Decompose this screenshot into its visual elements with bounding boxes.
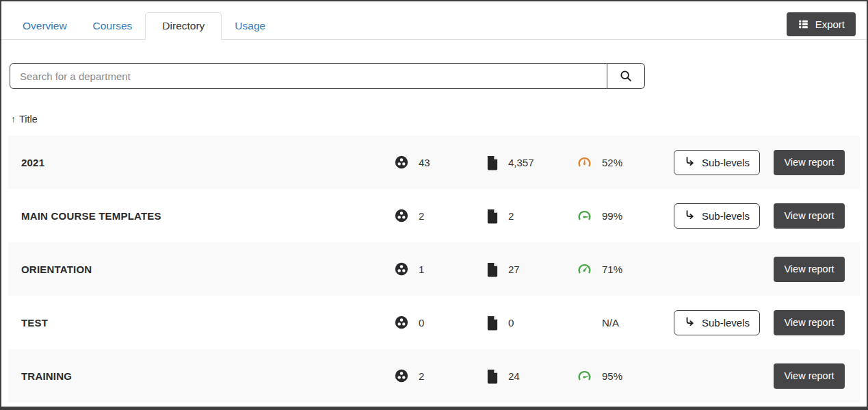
- group-icon: [394, 368, 409, 383]
- group-icon: [394, 315, 409, 330]
- title-sort-header[interactable]: ↑ Title: [11, 114, 38, 125]
- group-icon: [394, 155, 409, 170]
- view-report-button[interactable]: View report: [774, 257, 845, 282]
- department-title: ORIENTATION: [21, 264, 394, 275]
- document-count: 2: [508, 210, 514, 222]
- document-count: 4,357: [508, 157, 534, 168]
- department-title: TEST: [21, 317, 394, 329]
- document-count: 27: [508, 264, 520, 275]
- completion-percent: 52%: [602, 157, 622, 168]
- completion-percent: 95%: [602, 370, 622, 382]
- table-row: TRAINING 2 24 95%: [8, 349, 860, 402]
- group-count: 2: [419, 210, 424, 222]
- table-row: 2021 43 4,357 52%: [8, 136, 860, 189]
- tab-directory[interactable]: Directory: [145, 12, 222, 40]
- gauge-icon: [577, 208, 592, 224]
- gauge-arc: [579, 372, 590, 379]
- document-count: 0: [508, 317, 514, 329]
- document-count: 24: [508, 370, 520, 382]
- department-title: MAIN COURSE TEMPLATES: [21, 210, 394, 222]
- report-page: Overview Courses Directory Usage Export: [0, 0, 868, 410]
- document-icon: [486, 155, 499, 170]
- sub-levels-button[interactable]: Sub-levels: [674, 203, 760, 229]
- gauge-needle: [583, 216, 590, 218]
- list-icon: [798, 18, 809, 30]
- tab-usage[interactable]: Usage: [222, 12, 278, 39]
- table-row: ORIENTATION 1 27: [8, 242, 860, 296]
- group-count: 1: [419, 264, 424, 275]
- sort-ascending-icon: ↑: [11, 114, 16, 125]
- document-icon: [486, 368, 499, 384]
- export-button-label: Export: [815, 18, 845, 30]
- department-list: 2021 43 4,357 52%: [8, 136, 860, 402]
- group-icon: [394, 261, 409, 277]
- sub-levels-button[interactable]: Sub-levels: [674, 310, 760, 335]
- view-report-button[interactable]: View report: [774, 363, 845, 389]
- gauge-icon: [577, 155, 592, 170]
- tab-courses[interactable]: Courses: [80, 12, 146, 39]
- completion-percent: 99%: [602, 210, 622, 222]
- sub-levels-arrow-icon: [684, 316, 696, 329]
- group-count: 2: [419, 370, 424, 382]
- table-row: TEST 0 0 N/A: [8, 296, 860, 349]
- department-title: 2021: [21, 157, 394, 168]
- table-row: MAIN COURSE TEMPLATES 2 2: [8, 189, 860, 242]
- tab-bar: Overview Courses Directory Usage Export: [1, 1, 867, 40]
- group-count: 0: [419, 317, 424, 329]
- sub-levels-button[interactable]: Sub-levels: [674, 150, 760, 175]
- sub-levels-arrow-icon: [684, 209, 696, 222]
- export-button[interactable]: Export: [787, 12, 856, 36]
- search-section: [10, 63, 858, 89]
- group-count: 43: [419, 157, 430, 168]
- document-icon: [486, 208, 499, 224]
- sub-levels-arrow-icon: [684, 156, 696, 168]
- search-group: [10, 63, 645, 89]
- gauge-needle: [583, 158, 586, 165]
- search-button[interactable]: [607, 63, 645, 89]
- group-icon: [394, 208, 409, 223]
- document-icon: [486, 261, 499, 277]
- department-title: TRAINING: [21, 370, 394, 382]
- gauge-icon: [577, 368, 592, 384]
- completion-percent: 71%: [602, 264, 622, 275]
- document-icon: [486, 315, 499, 331]
- search-icon: [618, 68, 633, 84]
- title-column-label: Title: [19, 114, 38, 125]
- view-report-button[interactable]: View report: [774, 310, 845, 335]
- gauge-arc: [579, 212, 590, 219]
- view-report-button[interactable]: View report: [774, 203, 845, 229]
- search-input[interactable]: [10, 63, 607, 89]
- tab-overview[interactable]: Overview: [10, 12, 80, 39]
- view-report-button[interactable]: View report: [774, 150, 845, 175]
- gauge-icon: [577, 261, 592, 277]
- gauge-needle: [583, 375, 590, 379]
- completion-percent: N/A: [602, 317, 619, 329]
